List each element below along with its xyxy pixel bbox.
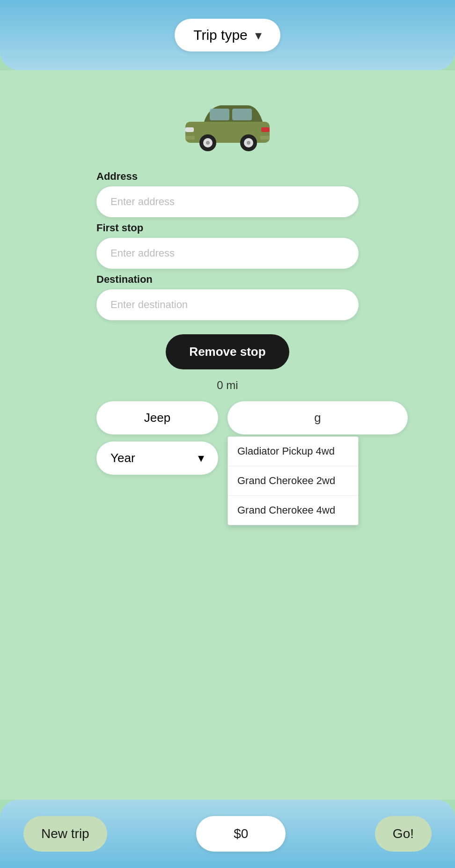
trip-type-label: Trip type: [193, 27, 248, 43]
cost-display: $0: [196, 816, 286, 852]
svg-rect-6: [260, 136, 270, 140]
dropdown-item-grand-cherokee-4wd[interactable]: Grand Cherokee 4wd: [228, 496, 358, 525]
svg-point-9: [206, 141, 210, 145]
make-button[interactable]: Jeep: [96, 401, 218, 434]
main-content: Address First stop Destination Remove st…: [0, 70, 455, 800]
destination-input[interactable]: [96, 289, 359, 320]
go-button[interactable]: Go!: [375, 816, 432, 852]
remove-stop-button[interactable]: Remove stop: [166, 334, 289, 369]
year-label: Year: [110, 451, 135, 465]
vehicle-row: Jeep Gladiator Pickup 4wd Grand Cherokee…: [96, 401, 359, 434]
svg-rect-0: [185, 122, 270, 143]
destination-field-group: Destination: [96, 273, 359, 320]
address-label: Address: [96, 170, 359, 183]
dropdown-item-gladiator[interactable]: Gladiator Pickup 4wd: [228, 437, 358, 466]
model-dropdown: Gladiator Pickup 4wd Grand Cherokee 2wd …: [228, 436, 359, 525]
first-stop-field-group: First stop: [96, 222, 359, 269]
svg-rect-2: [232, 109, 252, 120]
car-illustration: [176, 94, 279, 156]
year-chevron-icon: ▾: [198, 451, 204, 465]
svg-rect-4: [261, 127, 270, 132]
distance-display: 0 mi: [217, 379, 238, 392]
address-field-group: Address: [96, 170, 359, 217]
model-input[interactable]: [228, 401, 408, 434]
first-stop-label: First stop: [96, 222, 359, 234]
header: Trip type ▾: [0, 0, 455, 70]
destination-label: Destination: [96, 273, 359, 286]
trip-type-button[interactable]: Trip type ▾: [175, 19, 280, 51]
svg-point-12: [247, 141, 250, 145]
svg-rect-5: [185, 136, 195, 140]
dropdown-item-grand-cherokee-2wd[interactable]: Grand Cherokee 2wd: [228, 466, 358, 496]
footer: New trip $0 Go!: [0, 800, 455, 868]
first-stop-input[interactable]: [96, 238, 359, 269]
year-button[interactable]: Year ▾: [96, 441, 218, 475]
svg-rect-1: [210, 109, 229, 120]
svg-rect-3: [185, 127, 194, 132]
chevron-down-icon: ▾: [255, 28, 262, 43]
new-trip-button[interactable]: New trip: [23, 816, 107, 852]
address-input[interactable]: [96, 186, 359, 217]
